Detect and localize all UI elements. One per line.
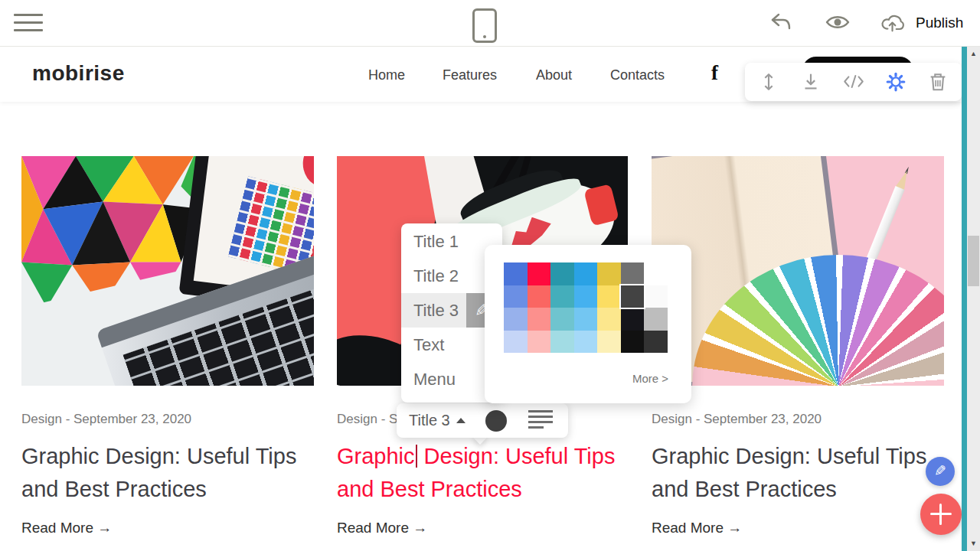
color-swatch[interactable] <box>621 308 645 331</box>
card3-title[interactable]: Graphic Design: Useful Tips and Best Pra… <box>652 440 950 506</box>
nav-link-contacts[interactable]: Contacts <box>610 67 665 83</box>
color-swatch[interactable] <box>574 285 598 308</box>
card1-image-laptop[interactable] <box>21 156 314 386</box>
color-swatch[interactable] <box>550 285 574 308</box>
color-swatch[interactable] <box>574 331 598 354</box>
color-swatch[interactable] <box>528 262 551 285</box>
color-swatch[interactable] <box>644 308 668 331</box>
card3-image-notebook[interactable] <box>652 156 944 386</box>
color-swatch[interactable] <box>550 308 574 331</box>
plus-icon <box>939 504 942 525</box>
color-swatch[interactable] <box>621 331 645 354</box>
facebook-icon[interactable]: f <box>711 61 718 85</box>
preview-eye-icon[interactable] <box>825 11 850 35</box>
color-swatch[interactable] <box>574 262 598 285</box>
color-swatch[interactable] <box>597 308 621 331</box>
title-text-before-cursor: Graphic <box>337 444 415 468</box>
nav-link-home[interactable]: Home <box>368 67 405 83</box>
caret-up-icon[interactable] <box>456 418 466 423</box>
undo-icon[interactable] <box>769 11 793 35</box>
publish-button[interactable]: Publish <box>916 15 963 31</box>
scrollbar-down-arrow[interactable]: ▼ <box>967 537 980 549</box>
pencil-icon: ✎ <box>934 457 946 486</box>
more-colors-link[interactable]: More > <box>632 372 668 385</box>
font-color-swatch[interactable] <box>485 410 507 432</box>
color-swatch[interactable] <box>550 262 574 285</box>
color-swatch[interactable] <box>597 331 621 354</box>
triangle-mosaic-art <box>21 156 203 308</box>
card2-read-more-link[interactable]: Read More → <box>337 520 427 536</box>
color-swatch[interactable] <box>528 285 551 308</box>
card1-title[interactable]: Graphic Design: Useful Tips and Best Pra… <box>21 440 320 506</box>
color-swatch[interactable] <box>504 285 528 308</box>
download-block-icon[interactable] <box>799 70 822 93</box>
site-logo[interactable]: mobirise <box>32 61 125 86</box>
color-swatch[interactable] <box>621 262 645 285</box>
publish-cloud-icon[interactable] <box>880 11 905 35</box>
color-swatch[interactable] <box>574 308 598 331</box>
scrollbar[interactable]: ▲ ▼ <box>967 46 980 551</box>
card1-meta: Design - September 23, 2020 <box>21 412 191 427</box>
screen-red-graphic <box>300 156 314 190</box>
text-cursor <box>416 445 417 468</box>
add-block-fab-button[interactable] <box>920 494 962 535</box>
scrollbar-thumb[interactable] <box>968 236 979 286</box>
color-picker-panel: More > <box>485 245 691 403</box>
color-swatch[interactable] <box>528 308 551 331</box>
card1-read-more-link[interactable]: Read More → <box>21 520 112 536</box>
color-swatch[interactable] <box>644 331 668 354</box>
mobirise-editor: Publish ▲ ▼ mobirise Home Features About… <box>0 0 980 551</box>
color-swatch[interactable] <box>621 285 645 308</box>
color-swatch-grid <box>504 262 668 353</box>
align-left-icon[interactable] <box>528 410 553 432</box>
color-swatch[interactable] <box>528 331 551 354</box>
mobile-view-icon[interactable] <box>472 8 497 43</box>
nav-link-features[interactable]: Features <box>443 67 497 83</box>
edit-fab-pencil-button[interactable]: ✎ <box>926 457 955 486</box>
card2-title-editing[interactable]: Graphic Design: Useful Tips and Best Pra… <box>337 440 635 506</box>
color-swatch[interactable] <box>644 285 668 308</box>
code-editor-icon[interactable] <box>842 70 865 93</box>
color-swatch[interactable] <box>597 285 621 308</box>
scrollbar-up-arrow[interactable]: ▲ <box>967 47 980 60</box>
color-swatch[interactable] <box>504 308 528 331</box>
nav-link-about[interactable]: About <box>536 67 572 83</box>
app-toolbar: Publish <box>0 0 980 47</box>
text-style-dropdown[interactable]: Title 3 <box>409 412 450 429</box>
hamburger-menu-icon[interactable] <box>14 14 43 32</box>
inline-format-toolbar: Title 3 <box>397 403 568 438</box>
color-swatch[interactable] <box>597 262 621 285</box>
color-swatch[interactable] <box>550 331 574 354</box>
block-settings-gear-icon[interactable] <box>884 70 907 93</box>
color-swatch <box>644 262 668 285</box>
card3-meta: Design - September 23, 2020 <box>652 412 822 427</box>
block-edge-highlight <box>962 46 967 551</box>
move-block-icon[interactable] <box>757 70 780 93</box>
card3-read-more-link[interactable]: Read More → <box>652 520 742 536</box>
color-swatch[interactable] <box>504 262 528 285</box>
sneaker-heel-tab <box>583 184 619 226</box>
delete-block-trash-icon[interactable] <box>926 70 949 93</box>
block-toolbar <box>745 63 962 101</box>
color-swatch[interactable] <box>504 331 528 354</box>
